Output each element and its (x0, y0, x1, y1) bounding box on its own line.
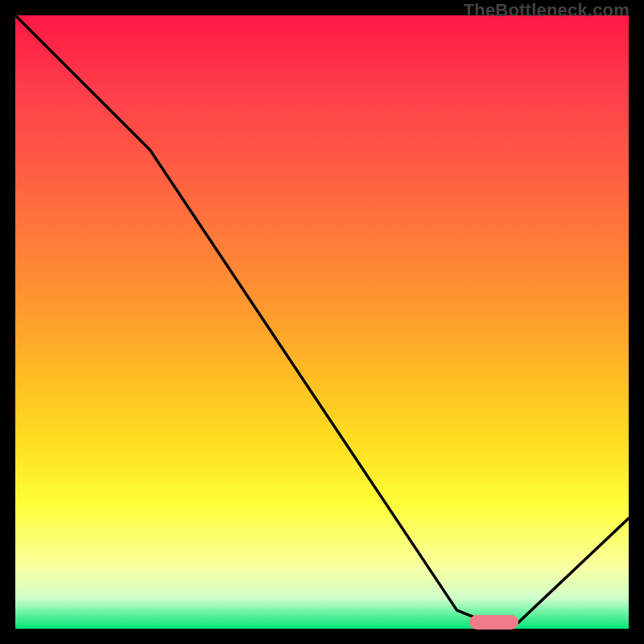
optimum-marker (469, 615, 518, 630)
watermark-text: TheBottleneck.com (464, 0, 630, 21)
chart-plot-area (12, 12, 632, 632)
